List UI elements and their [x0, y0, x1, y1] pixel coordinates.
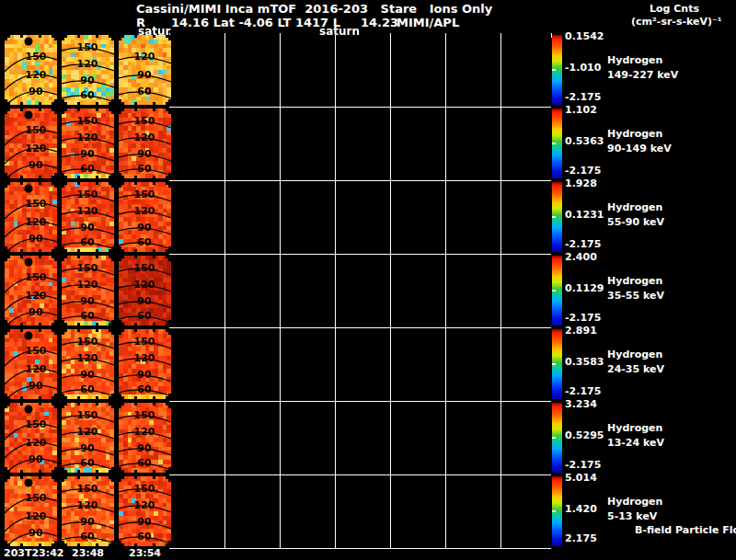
colorbar-max: 3.234	[565, 399, 597, 410]
spectrogram-panel	[5, 403, 57, 473]
colorbar-mid-tick	[552, 69, 556, 71]
colorbar-mid: 1.420	[565, 504, 597, 515]
time-tick-label: 23:54	[129, 548, 161, 559]
channel-row-55-90: 1.928 0.1231 -2.175 Hydrogen 55-90 keV	[0, 180, 736, 254]
colorbar-units: (cm²-sr-s-keV)⁻¹	[631, 17, 722, 28]
colorbar	[552, 35, 562, 105]
colorbar-min: -2.175	[565, 239, 601, 250]
energy-label: 35-55 keV	[607, 291, 664, 302]
spectrogram-panel	[5, 35, 57, 105]
spectrogram-panel	[5, 256, 57, 326]
saturn-annotation-mid: saturn	[319, 26, 360, 38]
spectrogram-panel	[119, 329, 171, 399]
colorbar-mid-tick	[552, 290, 556, 291]
spectrogram-panel	[62, 403, 114, 473]
colorbar-min: -2.175	[565, 166, 601, 177]
grid-line	[169, 548, 551, 549]
colorbar-min: -2.175	[565, 313, 601, 324]
spectrogram-panel	[5, 329, 57, 399]
spectrogram-panel	[119, 182, 171, 252]
colorbar	[552, 182, 562, 252]
spectrogram-panel	[5, 476, 57, 546]
subtitle-org: MIMI/APL	[397, 17, 459, 29]
channel-row-5-13: 5.014 1.420 2.175 Hydrogen 5-13 keV	[0, 474, 736, 548]
colorbar-mid: 0.1231	[565, 210, 604, 221]
colorbar-min: -2.175	[565, 386, 601, 397]
species-label: Hydrogen	[607, 129, 662, 140]
spectrogram-panel	[119, 35, 171, 105]
spectrogram-panel	[5, 182, 57, 252]
time-tick-label: 23:48	[72, 548, 104, 559]
colorbar-mid-tick	[552, 437, 556, 439]
spectrogram-panel	[119, 403, 171, 473]
colorbar-max: 0.1542	[565, 31, 604, 42]
subtitle-coordinates: 14.16 Lat -4.06 LT 1417 L	[171, 17, 340, 29]
channel-row-90-149: 1.102 0.5363 -2.175 Hydrogen 90-149 keV	[0, 107, 736, 180]
species-label: Hydrogen	[607, 349, 662, 360]
energy-label: 90-149 keV	[607, 143, 672, 154]
spectrogram-panel	[5, 109, 57, 178]
spectrogram-panel	[62, 256, 114, 326]
spectrogram-panel	[62, 329, 114, 399]
colorbar	[552, 476, 562, 546]
colorbar-mid-tick	[552, 216, 556, 218]
colorbar-min: 2.175	[565, 533, 597, 544]
colorbar-max: 1.102	[565, 105, 597, 116]
colorbar-min: -2.175	[565, 460, 601, 471]
channel-row-24-35: 2.891 0.3583 -2.175 Hydrogen 24-35 keV	[0, 327, 736, 401]
colorbar-min: -2.175	[565, 92, 601, 103]
colorbar-mid-tick	[552, 143, 556, 144]
colorbar-mid: 0.5295	[565, 430, 604, 441]
colorbar	[552, 256, 562, 326]
colorbar	[552, 403, 562, 473]
colorbar-mid: 0.5363	[565, 136, 604, 147]
colorbar-max: 2.891	[565, 326, 597, 337]
species-label: Hydrogen	[607, 202, 662, 213]
bfield-flow-annotation: B-field Particle Flow	[635, 525, 736, 536]
colorbar-mid-tick	[552, 510, 556, 512]
subtitle-l-value: 14.23	[361, 17, 398, 29]
spectrogram-panel	[62, 109, 114, 178]
species-label: Hydrogen	[607, 55, 662, 66]
energy-label: 5-13 keV	[607, 511, 657, 522]
colorbar	[552, 109, 562, 178]
mimi-inca-display: Cassini/MIMI Inca mTOF 2016-203 Stare Io…	[0, 0, 736, 560]
channel-row-149-227: 0.1542 -1.010 -2.175 Hydrogen 149-227 ke…	[0, 33, 736, 107]
channel-row-13-24: 3.234 0.5295 -2.175 Hydrogen 13-24 keV	[0, 401, 736, 474]
spectrogram-panel	[119, 256, 171, 326]
channel-row-35-55: 2.400 0.1129 -2.175 Hydrogen 35-55 keV	[0, 254, 736, 327]
spectrogram-panel	[119, 476, 171, 546]
energy-label: 13-24 keV	[607, 438, 664, 449]
colorbar-max: 1.928	[565, 178, 597, 189]
species-label: Hydrogen	[607, 423, 662, 434]
energy-label: 55-90 keV	[607, 217, 664, 228]
colorbar-units-title: Log Cnts	[650, 4, 699, 15]
spectrogram-panel	[119, 109, 171, 178]
time-tick-label: 203T23:42	[4, 548, 63, 559]
species-label: Hydrogen	[607, 497, 662, 508]
energy-label: 149-227 keV	[607, 70, 678, 81]
colorbar-mid-tick	[552, 363, 556, 365]
colorbar-max: 5.014	[565, 473, 597, 484]
colorbar-mid: 0.1129	[565, 283, 604, 294]
energy-label: 24-35 keV	[607, 364, 664, 375]
spectrogram-panel	[62, 182, 114, 252]
colorbar-mid: 0.3583	[565, 357, 604, 368]
saturn-annotation-left: satur	[138, 26, 170, 38]
spectrogram-panel	[62, 476, 114, 546]
colorbar-mid: -1.010	[565, 63, 601, 74]
page-title: Cassini/MIMI Inca mTOF 2016-203 Stare Io…	[136, 3, 492, 16]
spectrogram-panel	[62, 35, 114, 105]
colorbar-max: 2.400	[565, 252, 597, 263]
species-label: Hydrogen	[607, 276, 662, 287]
colorbar	[552, 329, 562, 399]
